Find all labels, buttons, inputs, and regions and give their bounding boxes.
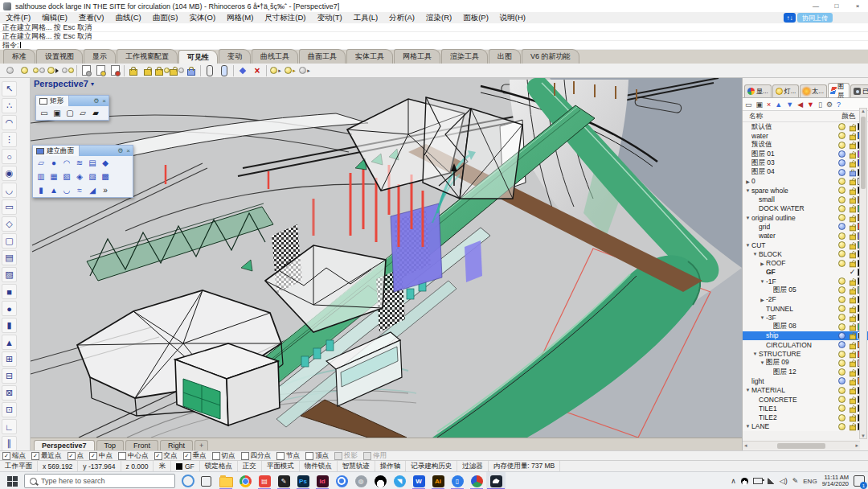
- osnap-投影[interactable]: 投影: [334, 451, 358, 461]
- taskbar-app-chrome[interactable]: [235, 472, 255, 489]
- new-viewport-button[interactable]: +: [194, 440, 208, 450]
- command-area[interactable]: 正在建立网格... 按 Esc 取消 正在建立网格... 按 Esc 取消 指令…: [0, 23, 868, 51]
- layer-expand-arrow[interactable]: ▼: [744, 216, 751, 220]
- ribbon-tab-11[interactable]: 出图: [489, 49, 521, 64]
- taskbar-app-gray-globe-app[interactable]: ◍: [351, 472, 371, 489]
- pipe-tool[interactable]: ∥: [2, 436, 17, 451]
- match-layer-button[interactable]: ▯: [818, 100, 822, 109]
- menu-curve[interactable]: 曲线(C): [109, 13, 146, 23]
- layer-lock-cell[interactable]: [847, 231, 858, 240]
- curve-network-button[interactable]: ▨: [87, 171, 98, 182]
- volume-icon[interactable]: ◁): [780, 477, 788, 485]
- osnap-checkbox[interactable]: ✓: [154, 452, 162, 460]
- scrollbar-thumb[interactable]: [777, 443, 825, 449]
- box-tool[interactable]: ■: [2, 284, 17, 299]
- layer-visibility-cell[interactable]: [837, 286, 847, 294]
- layer-row-0[interactable]: ▶0: [743, 177, 868, 186]
- status-z-coordinate[interactable]: z 0.000: [121, 461, 154, 471]
- layer-visibility-cell[interactable]: [837, 423, 847, 430]
- layer-lock-cell[interactable]: [847, 122, 858, 132]
- osnap-checkbox[interactable]: [305, 452, 313, 460]
- layer-expand-arrow[interactable]: ▼: [744, 188, 751, 193]
- more-buttons[interactable]: »: [100, 185, 111, 195]
- viewport-tab-perspective7[interactable]: Perspective7: [34, 440, 95, 450]
- layer-visibility-cell[interactable]: [837, 260, 847, 267]
- unlock-selected-button[interactable]: [170, 64, 184, 77]
- plane-button[interactable]: ▤: [87, 158, 98, 168]
- layer-expand-arrow[interactable]: ▶: [744, 179, 751, 184]
- layer-row-图层 05[interactable]: 图层 05: [743, 286, 868, 294]
- layer-visibility-cell[interactable]: [837, 323, 847, 331]
- rectangle-tool[interactable]: ▭: [2, 199, 17, 215]
- swap-layer-objects-button[interactable]: ▸: [297, 64, 312, 77]
- upload-icon[interactable]: ↑↓: [784, 13, 796, 23]
- layer-lock-cell[interactable]: [847, 222, 858, 232]
- cone-tool[interactable]: ▲: [2, 335, 17, 350]
- sweep-2-rails-button[interactable]: ▦: [48, 171, 59, 182]
- menu-transform[interactable]: 变动(T): [312, 13, 348, 23]
- swap-locked-button[interactable]: [184, 64, 199, 77]
- viewport-perspective7[interactable]: Perspective7 ▾ 矩形 ⚙× ▭▣▢▱▰ 建立曲面 ⚙× ▱●◠≋▤…: [31, 78, 742, 438]
- menu-analyze[interactable]: 分析(A): [383, 13, 420, 23]
- viewport-tab-front[interactable]: Front: [125, 440, 158, 450]
- menu-help[interactable]: 说明(H): [494, 13, 531, 23]
- osnap-checkbox[interactable]: ✓: [31, 452, 39, 460]
- layer-row-CUT[interactable]: ▼CUT: [743, 240, 868, 249]
- layer-lock-cell[interactable]: [847, 404, 858, 413]
- loft-tool[interactable]: ▨: [2, 267, 17, 282]
- osnap-checkbox[interactable]: ✓: [89, 452, 97, 460]
- layer-row-图层 04[interactable]: 图层 04: [743, 167, 868, 176]
- blend-surface-button[interactable]: ◡: [61, 185, 72, 195]
- help-button[interactable]: ?: [837, 100, 841, 109]
- layer-expand-arrow[interactable]: ▼: [751, 252, 759, 257]
- layer-visibility-cell[interactable]: [837, 142, 847, 149]
- curve-freeform-tool[interactable]: ◠: [2, 115, 17, 130]
- layer-visibility-cell[interactable]: [837, 123, 847, 130]
- layer-expand-arrow[interactable]: ▼: [759, 360, 766, 365]
- layer-row-图层 01[interactable]: 图层 01: [743, 150, 868, 158]
- cortana-button[interactable]: [182, 475, 194, 487]
- horizontal-scrollbar[interactable]: ◂▸: [743, 441, 860, 450]
- layer-lock-cell[interactable]: [847, 294, 858, 304]
- minimize-button[interactable]: —: [805, 0, 826, 12]
- hide-objects-button[interactable]: [2, 64, 17, 77]
- qq-tray-icon[interactable]: [741, 478, 748, 485]
- pen-icon[interactable]: ✎: [792, 477, 799, 485]
- heightfield-button[interactable]: ▩: [100, 171, 111, 182]
- point-edit-tool[interactable]: ∴: [2, 98, 17, 113]
- osnap-端点[interactable]: ✓端点: [2, 451, 26, 461]
- isolate-objects-button[interactable]: [203, 64, 217, 77]
- status-smarttrack[interactable]: 智慧轨迹: [338, 461, 375, 471]
- layer-row-GF[interactable]: GF✓: [743, 268, 868, 277]
- unisolate-objects-button[interactable]: [217, 64, 231, 77]
- status-memory[interactable]: 内存使用量: 737 MB: [489, 461, 561, 471]
- control-points-tool[interactable]: ⋮: [2, 132, 17, 147]
- menu-file[interactable]: 文件(F): [0, 13, 36, 23]
- taskbar-app-file-explorer[interactable]: [216, 472, 235, 489]
- layer-row-TUNNEL[interactable]: TUNNEL: [743, 304, 868, 313]
- layer-expand-arrow[interactable]: ▼: [744, 243, 751, 248]
- surface-corner-tool[interactable]: ▤: [2, 250, 17, 265]
- planar-curves-surface-button[interactable]: ●: [48, 158, 59, 168]
- show-in-detail-button[interactable]: [93, 64, 108, 77]
- layer-expand-arrow[interactable]: ▼: [759, 315, 766, 320]
- osnap-checkbox[interactable]: [212, 452, 220, 460]
- layer-lock-cell[interactable]: [847, 304, 858, 314]
- corner-points-surface-button[interactable]: ▱: [35, 158, 47, 168]
- ribbon-tab-10[interactable]: 渲染工具: [441, 49, 488, 64]
- taskbar-app-media-player[interactable]: [332, 472, 351, 489]
- osnap-切点[interactable]: 切点: [212, 451, 235, 461]
- hide-in-detail-button[interactable]: [79, 64, 93, 77]
- status-cplane[interactable]: 工作平面: [0, 461, 38, 471]
- layer-row-water[interactable]: water: [743, 232, 868, 240]
- fillet-surface-button[interactable]: ≈: [74, 185, 85, 195]
- loft-button[interactable]: ≋: [74, 158, 85, 168]
- layer-visibility-cell[interactable]: [837, 314, 847, 321]
- status-y-coordinate[interactable]: y -137.964: [78, 461, 121, 471]
- menu-panels[interactable]: 面板(P): [457, 13, 494, 23]
- status-record-history[interactable]: 记录建构历史: [406, 461, 457, 471]
- layer-visibility-cell[interactable]: [837, 305, 847, 312]
- pipe-surface-button[interactable]: ▮: [35, 185, 47, 195]
- panel-tab-named[interactable]: 已...: [850, 84, 868, 97]
- layer-visibility-cell[interactable]: [837, 405, 847, 412]
